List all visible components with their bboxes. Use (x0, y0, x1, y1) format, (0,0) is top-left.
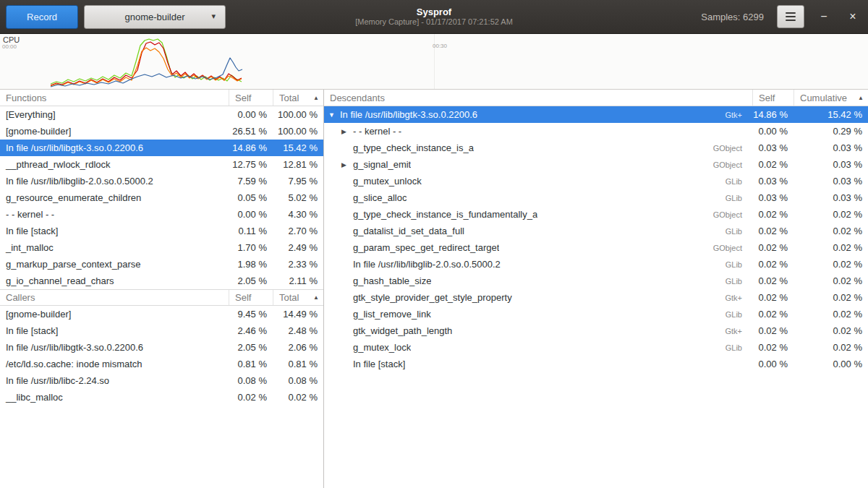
function-row[interactable]: In file /usr/lib/libglib-2.0.so.0.5000.2… (0, 173, 323, 189)
library-badge: GLib (718, 343, 746, 352)
expander-icon[interactable]: ▶ (341, 128, 353, 135)
window-subtitle: [Memory Capture] - 01/17/2017 07:21:52 A… (355, 17, 513, 27)
function-total-percent: 2.70 % (273, 226, 323, 236)
descendants-column-header[interactable]: Descendants (324, 90, 752, 106)
descendant-row[interactable]: g_hash_table_size GLib 0.02 % 0.02 % (324, 273, 868, 289)
caller-total-percent: 2.06 % (273, 342, 323, 353)
descendant-cumulative-percent: 0.02 % (793, 275, 868, 286)
function-total-percent: 5.02 % (273, 192, 323, 203)
minimize-button[interactable]: − (814, 6, 833, 27)
descendant-row[interactable]: ▼ In file /usr/lib/libgtk-3.so.0.2200.6 … (324, 106, 868, 123)
function-total-percent: 4.30 % (273, 209, 323, 220)
descendant-row[interactable]: g_type_check_instance_is_fundamentally_a… (324, 206, 868, 223)
descendant-cumulative-percent: 0.03 % (793, 192, 868, 203)
process-selector-label: gnome-builder (124, 12, 184, 22)
function-row[interactable]: In file /usr/lib/libgtk-3.so.0.2200.6 14… (0, 140, 323, 156)
function-self-percent: 0.00 % (229, 109, 273, 120)
function-row[interactable]: g_markup_parse_context_parse 1.98 % 2.33… (0, 256, 323, 273)
descendant-self-percent: 0.00 % (752, 126, 793, 137)
process-selector[interactable]: gnome-builder ▾ (84, 5, 226, 29)
callers-column-header[interactable]: Callers (0, 290, 229, 305)
descendant-self-percent: 14.86 % (752, 109, 793, 120)
caller-row[interactable]: [gnome-builder] 9.45 % 14.49 % (0, 306, 323, 322)
descendant-cumulative-percent: 0.02 % (793, 292, 868, 303)
descendant-row[interactable]: g_mutex_lock GLib 0.02 % 0.02 % (324, 339, 868, 356)
descendant-row[interactable]: gtk_style_provider_get_style_property Gt… (324, 289, 868, 306)
caller-row[interactable]: In file [stack] 2.46 % 2.48 % (0, 322, 323, 339)
descendant-self-percent: 0.02 % (752, 159, 793, 170)
descendant-row[interactable]: ▶ g_signal_emit GObject 0.02 % 0.03 % (324, 156, 868, 173)
descendants-self-column-header[interactable]: Self (752, 90, 793, 106)
function-row[interactable]: g_resource_enumerate_children 0.05 % 5.0… (0, 189, 323, 206)
callers-total-column-header[interactable]: Total ▲ (273, 290, 323, 305)
caller-row[interactable]: In file /usr/lib/libgtk-3.so.0.2200.6 2.… (0, 339, 323, 356)
descendant-cumulative-percent: 0.02 % (793, 242, 868, 253)
callers-rows: [gnome-builder] 9.45 % 14.49 % In file [… (0, 306, 323, 406)
menu-button[interactable] (777, 5, 804, 28)
descendant-row[interactable]: g_list_remove_link GLib 0.02 % 0.02 % (324, 306, 868, 322)
function-row[interactable]: - - kernel - - 0.00 % 4.30 % (0, 206, 323, 223)
caller-row[interactable]: /etc/ld.so.cache: inode mismatch 0.81 % … (0, 356, 323, 372)
descendant-self-percent: 0.02 % (752, 242, 793, 253)
function-row[interactable]: _int_malloc 1.70 % 2.49 % (0, 239, 323, 256)
descendant-row[interactable]: In file /usr/lib/libglib-2.0.so.0.5000.2… (324, 256, 868, 273)
function-total-percent: 2.11 % (273, 275, 323, 286)
caller-total-percent: 2.48 % (273, 325, 323, 336)
function-row[interactable]: __pthread_rwlock_rdlock 12.75 % 12.81 % (0, 156, 323, 173)
descendant-cumulative-percent: 0.02 % (793, 259, 868, 270)
expander-icon[interactable]: ▶ (341, 161, 353, 168)
descendant-name: g_type_check_instance_is_fundamentally_a (353, 209, 537, 220)
descendant-cumulative-percent: 0.02 % (793, 209, 868, 220)
library-badge: Gtk+ (718, 294, 746, 302)
caller-name: [gnome-builder] (0, 309, 229, 320)
timeline-tick-start: 00:00 (2, 43, 17, 50)
descendant-row[interactable]: g_param_spec_get_redirect_target GObject… (324, 239, 868, 256)
functions-self-column-header[interactable]: Self (229, 90, 273, 106)
library-badge: GLib (718, 177, 746, 186)
function-row[interactable]: [gnome-builder] 26.51 % 100.00 % (0, 123, 323, 140)
descendant-self-percent: 0.02 % (752, 209, 793, 220)
caller-row[interactable]: In file /usr/lib/libc-2.24.so 0.08 % 0.0… (0, 372, 323, 389)
function-self-percent: 0.00 % (229, 209, 273, 220)
close-button[interactable]: × (843, 6, 862, 27)
function-name: g_markup_parse_context_parse (0, 259, 229, 270)
function-row[interactable]: g_io_channel_read_chars 2.05 % 2.11 % (0, 273, 323, 289)
caller-self-percent: 0.81 % (229, 359, 273, 369)
functions-column-header[interactable]: Functions (0, 90, 229, 106)
caller-self-percent: 0.02 % (229, 392, 273, 403)
library-badge: Gtk+ (718, 111, 746, 119)
descendant-row[interactable]: g_slice_alloc GLib 0.03 % 0.03 % (324, 189, 868, 206)
function-total-percent: 100.00 % (273, 126, 323, 137)
descendant-row[interactable]: g_mutex_unlock GLib 0.03 % 0.03 % (324, 173, 868, 189)
descendant-row[interactable]: g_datalist_id_set_data_full GLib 0.02 % … (324, 223, 868, 239)
caller-row[interactable]: __libc_malloc 0.02 % 0.02 % (0, 389, 323, 406)
function-name: [gnome-builder] (0, 126, 229, 137)
caller-name: /etc/ld.so.cache: inode mismatch (0, 359, 229, 369)
sort-indicator-icon: ▲ (313, 294, 319, 301)
descendant-row[interactable]: gtk_widget_path_length Gtk+ 0.02 % 0.02 … (324, 322, 868, 339)
function-self-percent: 0.05 % (229, 192, 273, 203)
caller-self-percent: 0.08 % (229, 375, 273, 386)
function-row[interactable]: In file [stack] 0.11 % 2.70 % (0, 223, 323, 239)
caller-name: __libc_malloc (0, 392, 229, 403)
record-button[interactable]: Record (6, 5, 78, 29)
function-name: In file /usr/lib/libgtk-3.so.0.2200.6 (0, 142, 229, 153)
descendants-cumulative-column-header[interactable]: Cumulative ▲ (793, 90, 868, 106)
descendant-cumulative-percent: 0.02 % (793, 309, 868, 320)
cpu-timeline[interactable]: CPU 00:00 00:30 (0, 34, 868, 90)
function-self-percent: 2.05 % (229, 275, 273, 286)
library-badge: GObject (706, 210, 746, 219)
descendant-name: In file /usr/lib/libgtk-3.so.0.2200.6 (340, 109, 477, 120)
descendant-row[interactable]: g_type_check_instance_is_a GObject 0.03 … (324, 140, 868, 156)
library-badge: GLib (718, 227, 746, 236)
descendant-row[interactable]: In file [stack] 0.00 % 0.00 % (324, 356, 868, 372)
callers-self-column-header[interactable]: Self (229, 290, 273, 305)
descendant-self-percent: 0.02 % (752, 325, 793, 336)
library-badge: GLib (718, 277, 746, 286)
descendants-cumulative-column-label: Cumulative (800, 93, 847, 103)
expander-icon[interactable]: ▼ (328, 111, 340, 119)
descendant-row[interactable]: ▶ - - kernel - - 0.00 % 0.29 % (324, 123, 868, 140)
timeline-tick-mid: 00:30 (433, 43, 447, 49)
function-row[interactable]: [Everything] 0.00 % 100.00 % (0, 106, 323, 123)
functions-total-column-header[interactable]: Total ▲ (273, 90, 323, 106)
